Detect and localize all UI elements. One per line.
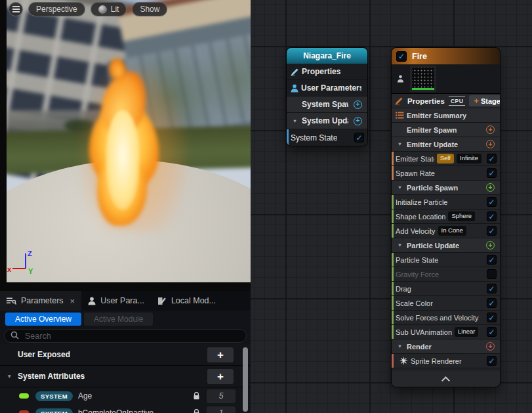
row-label: Shape Location [396, 213, 445, 221]
tab-parameters[interactable]: Parameters× [0, 291, 81, 311]
emitter-enabled-checkbox[interactable]: ✓ [396, 51, 407, 62]
system-node-stack: PropertiesUser ParametersSystem Spawn+▼S… [287, 64, 367, 146]
stack-row-user-parameters[interactable]: User Parameters [287, 80, 367, 97]
enabled-checkbox[interactable]: ✓ [487, 255, 497, 265]
add-module-icon[interactable]: + [354, 117, 362, 125]
collapse-arrow-icon[interactable]: ▼ [396, 141, 404, 147]
stack-row-initialize-particle[interactable]: Initialize Particle✓ [392, 195, 500, 209]
cpu-sim-target-badge: CPU [449, 97, 465, 106]
parameters-icon [7, 297, 16, 305]
row-label: Particle State [396, 256, 438, 264]
add-parameter-button[interactable]: + [207, 347, 234, 362]
accent-bar [392, 282, 394, 295]
accent-bar [287, 129, 289, 146]
section-arrow-icon[interactable]: ▼ [7, 373, 18, 380]
enabled-checkbox[interactable]: ✓ [487, 356, 497, 366]
stack-row-sprite-renderer[interactable]: Sprite Renderer✓ [392, 354, 500, 368]
add-parameter-button[interactable]: + [207, 369, 234, 384]
enabled-checkbox[interactable]: ✓ [487, 211, 497, 221]
preview-viewport[interactable]: Z Y x Perspective Lit Show [0, 0, 251, 291]
stack-row-sub-uvanimation[interactable]: Sub UVAnimationLinear✓ [392, 325, 500, 339]
stack-row-gravity-force[interactable]: Gravity Force [392, 267, 500, 282]
type-pill-icon [19, 393, 29, 399]
stack-row-properties[interactable]: Properties [287, 64, 367, 80]
stack-row-add-velocity[interactable]: Add VelocityIn Cone✓ [392, 224, 500, 238]
accent-bar [392, 311, 394, 324]
stack-row-emitter-state[interactable]: Emitter StateSelfInfinite✓ [392, 152, 500, 166]
reference-count[interactable]: 1 [207, 406, 235, 413]
parameter-row-age[interactable]: SYSTEMAge5 [0, 387, 251, 404]
system-node[interactable]: Niagara_Fire PropertiesUser ParametersSy… [287, 48, 367, 146]
system-node-header[interactable]: Niagara_Fire [287, 48, 367, 64]
stack-row-scale-color[interactable]: Scale Color✓ [392, 296, 500, 311]
section-system-attributes[interactable]: ▼System Attributes+ [0, 366, 251, 387]
axis-z-line [25, 253, 26, 269]
emitter-node-fire[interactable]: ✓ Fire Properties CPU [392, 48, 500, 387]
close-tab-icon[interactable]: × [70, 296, 75, 306]
enabled-checkbox[interactable]: ✓ [487, 298, 497, 308]
enabled-checkbox[interactable]: ✓ [487, 226, 497, 236]
section-user-exposed[interactable]: User Exposed+ [0, 344, 251, 366]
enabled-checkbox[interactable] [487, 269, 497, 279]
enabled-checkbox[interactable]: ✓ [487, 168, 497, 178]
stack-row-solve-forces-and-velocity[interactable]: Solve Forces and Velocity✓ [392, 311, 500, 325]
filter-active-module[interactable]: Active Module [84, 313, 153, 326]
parameters-scrollbar[interactable] [243, 347, 248, 412]
enabled-checkbox[interactable]: ✓ [487, 197, 497, 207]
stack-row-spawn-rate[interactable]: Spawn Rate✓ [392, 166, 500, 181]
emitter-node-header[interactable]: ✓ Fire [392, 48, 500, 64]
collapse-arrow-icon[interactable]: ▼ [396, 343, 404, 349]
emitter-properties-row[interactable]: Properties CPU + Stage [392, 94, 500, 108]
stack-row-emitter-update[interactable]: ▼Emitter Update+ [392, 137, 500, 152]
perspective-button[interactable]: Perspective [28, 2, 85, 16]
collapse-arrow-icon[interactable]: ▼ [396, 185, 404, 190]
stack-row-particle-update[interactable]: ▼Particle Update+ [392, 238, 500, 253]
viewport-menu-button[interactable] [9, 2, 23, 16]
lit-button[interactable]: Lit [91, 2, 127, 16]
search-box[interactable] [4, 329, 247, 343]
add-module-icon[interactable]: + [486, 342, 495, 351]
add-module-icon[interactable]: + [486, 125, 495, 134]
stack-row-emitter-summary[interactable]: Emitter Summary [392, 108, 500, 123]
stack-row-system-spawn[interactable]: System Spawn+ [287, 97, 367, 113]
emitter-thumbnail-underline [412, 88, 434, 90]
add-stage-button[interactable]: + Stage [469, 95, 500, 106]
show-button[interactable]: Show [132, 2, 167, 16]
tab-user-para[interactable]: User Para... [81, 291, 151, 311]
collapse-arrow-icon[interactable]: ▼ [396, 242, 404, 248]
add-module-icon[interactable]: + [486, 140, 495, 148]
enabled-checkbox[interactable]: ✓ [487, 313, 497, 322]
system-node-title: Niagara_Fire [303, 51, 351, 60]
stack-row-drag[interactable]: Drag✓ [392, 282, 500, 296]
scope-badge: SYSTEM [35, 391, 73, 401]
enabled-checkbox[interactable]: ✓ [487, 154, 497, 163]
stack-row-particle-state[interactable]: Particle State✓ [392, 253, 500, 267]
stack-row-system-update[interactable]: ▼System Update+ [287, 113, 367, 129]
add-module-icon[interactable]: + [486, 183, 495, 192]
stack-row-emitter-spawn[interactable]: Emitter Spawn+ [392, 123, 500, 137]
accent-bar [392, 354, 394, 368]
tab-local-mod[interactable]: Local Mod... [151, 291, 222, 311]
enabled-checkbox[interactable]: ✓ [487, 327, 497, 337]
search-input[interactable] [24, 331, 240, 341]
reference-count[interactable]: 5 [207, 389, 235, 403]
stack-row-render[interactable]: ▼Render+ [392, 339, 500, 354]
enabled-checkbox[interactable]: ✓ [487, 284, 497, 293]
summary-list-icon [396, 112, 404, 119]
stack-row-particle-spawn[interactable]: ▼Particle Spawn+ [392, 181, 500, 195]
collapse-arrow-icon[interactable]: ▼ [291, 118, 299, 124]
filter-active-overview[interactable]: Active Overview [5, 313, 81, 326]
stack-row-system-state[interactable]: System State✓ [287, 129, 367, 146]
add-module-icon[interactable]: + [354, 100, 362, 109]
emitter-thumbnail[interactable] [410, 66, 436, 92]
row-label: Emitter Summary [407, 112, 466, 120]
system-overview-graph[interactable]: Niagara_Fire PropertiesUser ParametersSy… [251, 0, 532, 413]
accent-bar [392, 224, 394, 238]
enabled-checkbox[interactable]: ✓ [354, 133, 364, 142]
parameter-row-bcompleteoninactive[interactable]: SYSTEMbCompleteOnInactive1 [0, 404, 251, 413]
add-module-icon[interactable]: + [486, 241, 495, 250]
collapse-node-button[interactable] [392, 371, 500, 387]
row-label: Particle Spawn [407, 184, 458, 192]
stack-row-shape-location[interactable]: Shape LocationSphere✓ [392, 209, 500, 224]
accent-bar [392, 296, 394, 310]
